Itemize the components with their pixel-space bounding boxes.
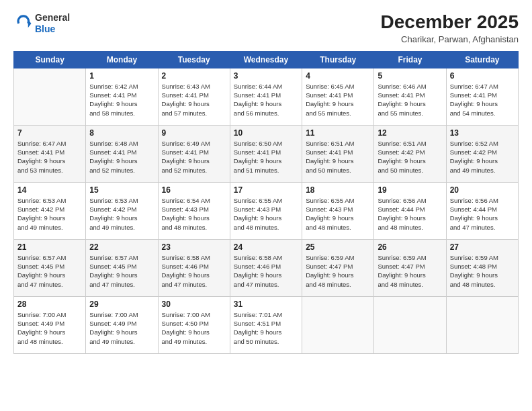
day-info: Sunrise: 6:56 AMSunset: 4:44 PMDaylight:… [450, 196, 515, 232]
table-row: 2Sunrise: 6:43 AMSunset: 4:41 PMDaylight… [158, 68, 230, 125]
day-number: 20 [450, 185, 515, 195]
col-thursday: Thursday [302, 51, 374, 68]
col-saturday: Saturday [446, 51, 518, 68]
day-info: Sunrise: 6:43 AMSunset: 4:41 PMDaylight:… [162, 82, 226, 118]
table-row: 11Sunrise: 6:51 AMSunset: 4:41 PMDayligh… [302, 125, 374, 182]
day-number: 24 [234, 242, 298, 252]
calendar-week-row: 14Sunrise: 6:53 AMSunset: 4:42 PMDayligh… [14, 182, 519, 239]
table-row: 27Sunrise: 6:59 AMSunset: 4:48 PMDayligh… [446, 239, 518, 296]
table-row: 30Sunrise: 7:00 AMSunset: 4:50 PMDayligh… [158, 296, 230, 353]
table-row: 31Sunrise: 7:01 AMSunset: 4:51 PMDayligh… [230, 296, 302, 353]
calendar-header-row: Sunday Monday Tuesday Wednesday Thursday… [14, 51, 519, 68]
col-tuesday: Tuesday [158, 51, 230, 68]
day-info: Sunrise: 6:53 AMSunset: 4:42 PMDaylight:… [89, 196, 154, 232]
day-number: 23 [162, 242, 226, 252]
day-number: 14 [17, 185, 82, 195]
table-row: 3Sunrise: 6:44 AMSunset: 4:41 PMDaylight… [230, 68, 302, 125]
table-row: 23Sunrise: 6:58 AMSunset: 4:46 PMDayligh… [158, 239, 230, 296]
day-number: 1 [89, 71, 154, 81]
day-number: 6 [450, 71, 515, 81]
day-info: Sunrise: 6:53 AMSunset: 4:42 PMDaylight:… [17, 196, 82, 232]
day-number: 7 [17, 128, 82, 138]
day-info: Sunrise: 6:58 AMSunset: 4:46 PMDaylight:… [234, 253, 298, 289]
table-row: 20Sunrise: 6:56 AMSunset: 4:44 PMDayligh… [446, 182, 518, 239]
logo-general: General [35, 12, 70, 24]
table-row: 7Sunrise: 6:47 AMSunset: 4:41 PMDaylight… [14, 125, 86, 182]
table-row: 4Sunrise: 6:45 AMSunset: 4:41 PMDaylight… [302, 68, 374, 125]
day-info: Sunrise: 6:48 AMSunset: 4:41 PMDaylight:… [89, 139, 154, 175]
logo-icon [13, 14, 32, 33]
subtitle: Charikar, Parwan, Afghanistan [381, 34, 519, 44]
table-row: 10Sunrise: 6:50 AMSunset: 4:41 PMDayligh… [230, 125, 302, 182]
calendar-week-row: 7Sunrise: 6:47 AMSunset: 4:41 PMDaylight… [14, 125, 519, 182]
day-info: Sunrise: 7:01 AMSunset: 4:51 PMDaylight:… [234, 310, 298, 346]
day-info: Sunrise: 6:51 AMSunset: 4:41 PMDaylight:… [306, 139, 370, 175]
day-info: Sunrise: 6:52 AMSunset: 4:42 PMDaylight:… [450, 139, 515, 175]
day-number: 12 [378, 128, 442, 138]
col-friday: Friday [374, 51, 446, 68]
day-number: 22 [89, 242, 154, 252]
day-info: Sunrise: 6:51 AMSunset: 4:42 PMDaylight:… [378, 139, 442, 175]
title-block: December 2025 Charikar, Parwan, Afghanis… [381, 12, 519, 44]
table-row: 1Sunrise: 6:42 AMSunset: 4:41 PMDaylight… [86, 68, 158, 125]
logo: General Blue [13, 12, 70, 35]
col-sunday: Sunday [14, 51, 86, 68]
day-info: Sunrise: 6:57 AMSunset: 4:45 PMDaylight:… [89, 253, 154, 289]
day-info: Sunrise: 6:42 AMSunset: 4:41 PMDaylight:… [89, 82, 154, 118]
calendar-table: Sunday Monday Tuesday Wednesday Thursday… [13, 51, 519, 354]
table-row: 19Sunrise: 6:56 AMSunset: 4:44 PMDayligh… [374, 182, 446, 239]
logo-blue: Blue [35, 24, 70, 35]
main-title: December 2025 [381, 12, 519, 33]
table-row [302, 296, 374, 353]
table-row: 15Sunrise: 6:53 AMSunset: 4:42 PMDayligh… [86, 182, 158, 239]
day-number: 27 [450, 242, 515, 252]
day-number: 26 [378, 242, 442, 252]
day-info: Sunrise: 6:44 AMSunset: 4:41 PMDaylight:… [234, 82, 298, 118]
day-info: Sunrise: 6:59 AMSunset: 4:47 PMDaylight:… [306, 253, 370, 289]
day-info: Sunrise: 6:59 AMSunset: 4:48 PMDaylight:… [450, 253, 515, 289]
day-info: Sunrise: 6:47 AMSunset: 4:41 PMDaylight:… [450, 82, 515, 118]
day-info: Sunrise: 7:00 AMSunset: 4:50 PMDaylight:… [162, 310, 226, 346]
table-row: 5Sunrise: 6:46 AMSunset: 4:41 PMDaylight… [374, 68, 446, 125]
table-row: 17Sunrise: 6:55 AMSunset: 4:43 PMDayligh… [230, 182, 302, 239]
table-row: 8Sunrise: 6:48 AMSunset: 4:41 PMDaylight… [86, 125, 158, 182]
table-row [446, 296, 518, 353]
day-number: 19 [378, 185, 442, 195]
table-row: 24Sunrise: 6:58 AMSunset: 4:46 PMDayligh… [230, 239, 302, 296]
day-info: Sunrise: 6:47 AMSunset: 4:41 PMDaylight:… [17, 139, 82, 175]
table-row: 26Sunrise: 6:59 AMSunset: 4:47 PMDayligh… [374, 239, 446, 296]
day-number: 10 [234, 128, 298, 138]
page: General Blue December 2025 Charikar, Par… [0, 0, 532, 411]
day-number: 11 [306, 128, 370, 138]
day-info: Sunrise: 6:59 AMSunset: 4:47 PMDaylight:… [378, 253, 442, 289]
day-info: Sunrise: 7:00 AMSunset: 4:49 PMDaylight:… [17, 310, 82, 346]
day-number: 17 [234, 185, 298, 195]
table-row: 12Sunrise: 6:51 AMSunset: 4:42 PMDayligh… [374, 125, 446, 182]
logo-text: General Blue [35, 12, 70, 35]
day-info: Sunrise: 6:49 AMSunset: 4:41 PMDaylight:… [162, 139, 226, 175]
day-number: 2 [162, 71, 226, 81]
day-info: Sunrise: 6:45 AMSunset: 4:41 PMDaylight:… [306, 82, 370, 118]
table-row: 21Sunrise: 6:57 AMSunset: 4:45 PMDayligh… [14, 239, 86, 296]
day-info: Sunrise: 6:55 AMSunset: 4:43 PMDaylight:… [306, 196, 370, 232]
day-info: Sunrise: 6:50 AMSunset: 4:41 PMDaylight:… [234, 139, 298, 175]
calendar-week-row: 1Sunrise: 6:42 AMSunset: 4:41 PMDaylight… [14, 68, 519, 125]
table-row: 25Sunrise: 6:59 AMSunset: 4:47 PMDayligh… [302, 239, 374, 296]
table-row: 16Sunrise: 6:54 AMSunset: 4:43 PMDayligh… [158, 182, 230, 239]
day-number: 29 [89, 300, 154, 309]
day-number: 25 [306, 242, 370, 252]
table-row: 29Sunrise: 7:00 AMSunset: 4:49 PMDayligh… [86, 296, 158, 353]
day-info: Sunrise: 6:57 AMSunset: 4:45 PMDaylight:… [17, 253, 82, 289]
day-number: 16 [162, 185, 226, 195]
table-row: 14Sunrise: 6:53 AMSunset: 4:42 PMDayligh… [14, 182, 86, 239]
day-number: 15 [89, 185, 154, 195]
table-row: 18Sunrise: 6:55 AMSunset: 4:43 PMDayligh… [302, 182, 374, 239]
day-number: 13 [450, 128, 515, 138]
day-number: 3 [234, 71, 298, 81]
col-wednesday: Wednesday [230, 51, 302, 68]
day-number: 9 [162, 128, 226, 138]
day-info: Sunrise: 6:58 AMSunset: 4:46 PMDaylight:… [162, 253, 226, 289]
day-number: 8 [89, 128, 154, 138]
day-number: 30 [162, 300, 226, 309]
day-info: Sunrise: 7:00 AMSunset: 4:49 PMDaylight:… [89, 310, 154, 346]
